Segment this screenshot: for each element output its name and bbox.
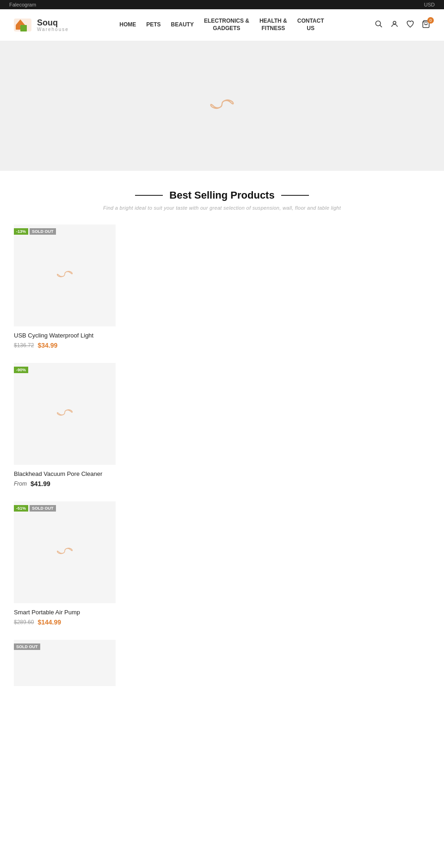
account-icon[interactable] bbox=[390, 20, 399, 31]
product-image-4[interactable]: SOLD OUT bbox=[14, 640, 116, 686]
logo-sub: Warehouse bbox=[37, 27, 69, 32]
price-current-2: $41.99 bbox=[31, 480, 50, 487]
list-item: -90% Blackhead Vacuum Pore Cleaner From … bbox=[14, 363, 116, 487]
cart-icon[interactable]: 0 bbox=[422, 20, 430, 31]
svg-point-4 bbox=[376, 21, 381, 26]
search-icon[interactable] bbox=[375, 20, 383, 31]
product-badges-1: -13% SOLD OUT bbox=[14, 228, 56, 235]
product-image-1[interactable]: -13% SOLD OUT bbox=[14, 225, 116, 326]
nav-electronics[interactable]: ELECTRONICS &GADGETS bbox=[204, 18, 249, 32]
product-badges-4: SOLD OUT bbox=[14, 643, 40, 650]
product-price-1: $136.72 $34.99 bbox=[14, 342, 116, 349]
product-img-placeholder-3 bbox=[56, 545, 74, 560]
header-icons: 0 bbox=[375, 20, 430, 31]
cart-badge: 0 bbox=[427, 17, 434, 24]
svg-rect-3 bbox=[16, 25, 20, 30]
section-subtitle: Find a bright ideal to suit your taste w… bbox=[9, 205, 435, 211]
svg-point-6 bbox=[393, 21, 396, 24]
discount-badge-3: -51% bbox=[14, 505, 28, 512]
list-item: -51% SOLD OUT Smart Portable Air Pump $2… bbox=[14, 501, 116, 626]
svg-rect-2 bbox=[20, 25, 27, 31]
nav-pets[interactable]: PETS bbox=[146, 21, 160, 29]
product-name-2: Blackhead Vacuum Pore Cleaner bbox=[14, 470, 116, 477]
main-nav: HOME PETS BEAUTY ELECTRONICS &GADGETS HE… bbox=[119, 18, 324, 32]
product-img-placeholder-2 bbox=[56, 406, 74, 422]
section-title-area: Best Selling Products Find a bright idea… bbox=[0, 171, 444, 215]
discount-badge-1: -13% bbox=[14, 228, 28, 235]
list-item: SOLD OUT bbox=[14, 640, 116, 686]
logo-name: Souq bbox=[37, 19, 69, 27]
price-sale-1: $34.99 bbox=[37, 342, 57, 349]
product-image-3[interactable]: -51% SOLD OUT bbox=[14, 501, 116, 603]
product-price-2: From $41.99 bbox=[14, 480, 116, 487]
nav-contact[interactable]: CONTACTUS bbox=[297, 18, 324, 32]
discount-badge-2: -90% bbox=[14, 367, 28, 373]
hero-image-placeholder bbox=[208, 95, 236, 118]
price-from-2: From bbox=[14, 481, 27, 487]
nav-beauty[interactable]: BEAUTY bbox=[171, 21, 194, 29]
section-heading: Best Selling Products bbox=[9, 189, 435, 201]
logo[interactable]: Souq Warehouse bbox=[14, 15, 69, 35]
product-name-1: USB Cycling Waterproof Light bbox=[14, 332, 116, 339]
product-price-3: $289.60 $144.99 bbox=[14, 618, 116, 626]
topbar-right: USD bbox=[424, 2, 435, 7]
products-list: -13% SOLD OUT USB Cycling Waterproof Lig… bbox=[0, 215, 444, 705]
product-name-3: Smart Portable Air Pump bbox=[14, 609, 116, 616]
price-original-3: $289.60 bbox=[14, 619, 34, 625]
product-image-2[interactable]: -90% bbox=[14, 363, 116, 465]
wishlist-icon[interactable] bbox=[406, 20, 414, 31]
topbar-left: Falecogram bbox=[9, 2, 36, 7]
price-original-1: $136.72 bbox=[14, 342, 34, 349]
sold-out-badge-4: SOLD OUT bbox=[14, 643, 40, 650]
svg-line-5 bbox=[380, 25, 382, 27]
header: Souq Warehouse HOME PETS BEAUTY ELECTRON… bbox=[0, 9, 444, 41]
nav-home[interactable]: HOME bbox=[119, 21, 136, 29]
hero-banner bbox=[0, 41, 444, 171]
sold-out-badge-1: SOLD OUT bbox=[30, 228, 56, 235]
nav-health[interactable]: HEALTH &FITNESS bbox=[259, 18, 287, 32]
top-bar: Falecogram USD bbox=[0, 0, 444, 9]
product-badges-2: -90% bbox=[14, 367, 28, 373]
logo-icon bbox=[14, 15, 34, 35]
product-img-placeholder-1 bbox=[56, 268, 74, 283]
price-sale-3: $144.99 bbox=[37, 618, 61, 626]
sold-out-badge-3: SOLD OUT bbox=[30, 505, 56, 512]
list-item: -13% SOLD OUT USB Cycling Waterproof Lig… bbox=[14, 225, 116, 349]
product-badges-3: -51% SOLD OUT bbox=[14, 505, 56, 512]
